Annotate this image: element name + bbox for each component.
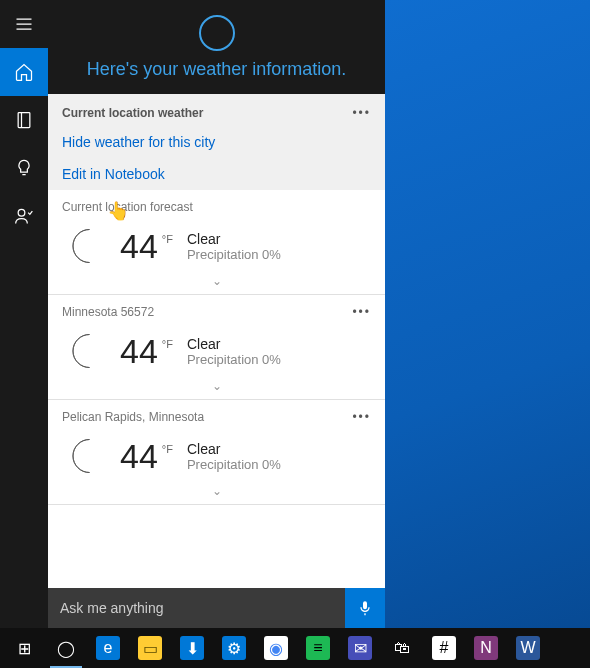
location-label: Current location forecast bbox=[62, 200, 193, 214]
temperature: 44°F bbox=[120, 334, 173, 368]
svg-point-1 bbox=[18, 209, 25, 216]
moon-icon bbox=[62, 329, 106, 373]
taskbar-slack[interactable]: # bbox=[424, 628, 464, 668]
more-icon[interactable]: ••• bbox=[352, 410, 371, 424]
more-icon[interactable]: ••• bbox=[352, 106, 371, 120]
menu-button[interactable] bbox=[0, 0, 48, 48]
location-label: Pelican Rapids, Minnesota bbox=[62, 410, 204, 424]
taskbar-spotify[interactable]: ≡ bbox=[298, 628, 338, 668]
desktop-background bbox=[385, 0, 590, 628]
section-header: Current location weather ••• bbox=[48, 94, 385, 126]
moon-icon bbox=[62, 434, 106, 478]
taskbar-start[interactable]: ⊞ bbox=[4, 628, 44, 668]
taskbar-word[interactable]: W bbox=[508, 628, 548, 668]
mic-button[interactable] bbox=[345, 588, 385, 628]
hide-weather-link[interactable]: Hide weather for this city bbox=[48, 126, 385, 158]
taskbar-store[interactable]: ⬇ bbox=[172, 628, 212, 668]
section-title: Current location weather bbox=[62, 106, 203, 120]
temperature: 44°F bbox=[120, 439, 173, 473]
cortana-panel: Here's your weather information. Current… bbox=[0, 0, 385, 628]
location-label: Minnesota 56572 bbox=[62, 305, 154, 319]
taskbar-cortana[interactable]: ◯ bbox=[46, 628, 86, 668]
forecast-card: Current location forecast44°FClearPrecip… bbox=[48, 190, 385, 295]
search-bar[interactable]: Ask me anything bbox=[48, 588, 385, 628]
cortana-main: Here's your weather information. Current… bbox=[48, 0, 385, 628]
cortana-header: Here's your weather information. bbox=[48, 0, 385, 94]
nav-rail bbox=[0, 0, 48, 628]
taskbar-settings[interactable]: ⚙ bbox=[214, 628, 254, 668]
tips-button[interactable] bbox=[0, 144, 48, 192]
more-icon[interactable]: ••• bbox=[352, 305, 371, 319]
conditions: ClearPrecipitation 0% bbox=[187, 441, 281, 472]
taskbar-edge[interactable]: e bbox=[88, 628, 128, 668]
feedback-button[interactable] bbox=[0, 192, 48, 240]
search-input[interactable]: Ask me anything bbox=[48, 588, 345, 628]
forecast-list: Current location forecast44°FClearPrecip… bbox=[48, 190, 385, 628]
moon-icon bbox=[62, 224, 106, 268]
taskbar-onenote[interactable]: N bbox=[466, 628, 506, 668]
cortana-title: Here's your weather information. bbox=[87, 59, 347, 80]
taskbar-file-explorer[interactable]: ▭ bbox=[130, 628, 170, 668]
chevron-down-icon[interactable]: ⌄ bbox=[48, 482, 385, 500]
taskbar-shopping[interactable]: 🛍 bbox=[382, 628, 422, 668]
notebook-button[interactable] bbox=[0, 96, 48, 144]
taskbar-chrome[interactable]: ◉ bbox=[256, 628, 296, 668]
conditions: ClearPrecipitation 0% bbox=[187, 231, 281, 262]
forecast-card: Minnesota 56572•••44°FClearPrecipitation… bbox=[48, 295, 385, 400]
chevron-down-icon[interactable]: ⌄ bbox=[48, 377, 385, 395]
forecast-card: Pelican Rapids, Minnesota•••44°FClearPre… bbox=[48, 400, 385, 505]
edit-notebook-link[interactable]: Edit in Notebook bbox=[48, 158, 385, 190]
temperature: 44°F bbox=[120, 229, 173, 263]
cortana-ring-icon bbox=[199, 15, 235, 51]
conditions: ClearPrecipitation 0% bbox=[187, 336, 281, 367]
svg-rect-0 bbox=[18, 113, 30, 128]
content-area: Current location weather ••• Hide weathe… bbox=[48, 94, 385, 628]
chevron-down-icon[interactable]: ⌄ bbox=[48, 272, 385, 290]
taskbar: ⊞◯e▭⬇⚙◉≡✉🛍#NW bbox=[0, 628, 590, 668]
home-button[interactable] bbox=[0, 48, 48, 96]
taskbar-teams[interactable]: ✉ bbox=[340, 628, 380, 668]
